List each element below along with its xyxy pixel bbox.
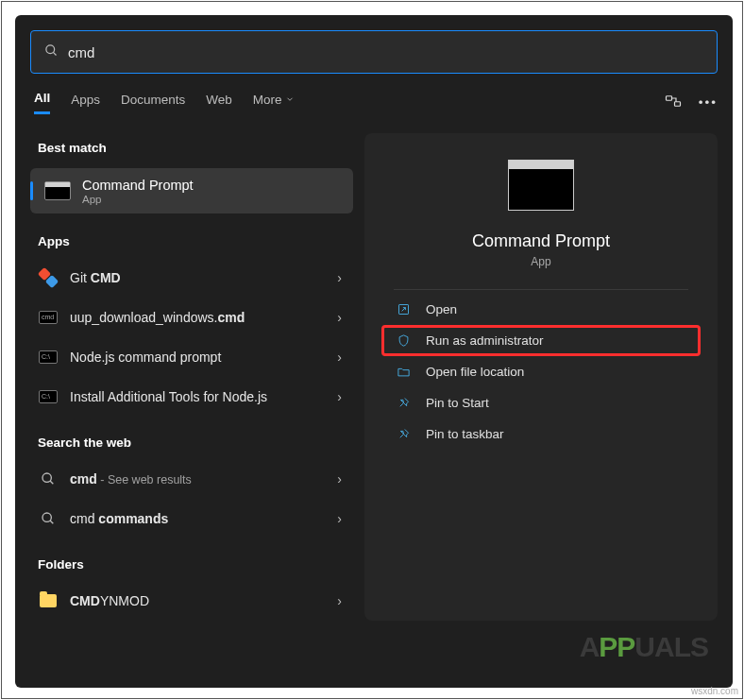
search-panel: All Apps Documents Web More ••• Best mat… <box>15 15 733 688</box>
action-open[interactable]: Open <box>381 294 701 325</box>
app-label-bold: cmd <box>217 310 245 325</box>
chevron-right-icon: › <box>337 310 342 325</box>
app-item-install-tools[interactable]: C:\ Install Additional Tools for Node.js… <box>30 377 353 417</box>
folder-item[interactable]: CMDYNMOD › <box>30 581 353 621</box>
search-input[interactable] <box>68 44 703 60</box>
search-input-container[interactable] <box>30 30 718 74</box>
web-label-suffix: - See web results <box>97 473 192 487</box>
chevron-right-icon: › <box>337 389 342 404</box>
cmdfile-icon: C:\ <box>38 386 59 407</box>
apps-head: Apps <box>30 227 353 258</box>
cmdfile-icon: cmd <box>38 307 59 328</box>
cmd-app-icon-large <box>508 160 574 211</box>
app-label-plain: command prompt <box>118 350 221 365</box>
app-label: uup_download_windows. <box>70 310 217 325</box>
tab-all[interactable]: All <box>34 91 50 114</box>
details-title: Command Prompt <box>472 231 610 251</box>
cmdfile-icon: C:\ <box>38 347 59 367</box>
folder-icon <box>38 590 59 611</box>
chevron-right-icon: › <box>337 471 342 487</box>
watermark-a: A <box>580 631 600 662</box>
action-label: Pin to Start <box>426 396 489 410</box>
svg-point-0 <box>46 44 55 53</box>
app-item-uup[interactable]: cmd uup_download_windows.cmd › <box>30 298 353 337</box>
svg-point-6 <box>42 513 51 521</box>
cmd-app-icon <box>44 181 71 200</box>
details-subtitle: App <box>531 255 550 268</box>
chevron-right-icon: › <box>337 270 342 285</box>
search-icon <box>38 508 59 529</box>
web-label: cmd <box>70 511 98 526</box>
selection-accent <box>30 181 33 200</box>
flow-icon[interactable] <box>665 93 682 112</box>
folder-label-bold: CMD <box>70 593 100 608</box>
best-match-subtitle: App <box>82 194 194 205</box>
app-label: Install Additional Tools for Node.js <box>70 389 267 404</box>
web-label-bold: commands <box>98 511 168 526</box>
action-label: Open <box>426 302 457 316</box>
watermark: APPUALS <box>580 631 708 663</box>
svg-rect-3 <box>674 102 680 107</box>
svg-line-5 <box>50 481 53 484</box>
watermark-rest: UALS <box>634 631 708 662</box>
divider <box>394 289 688 290</box>
folder-label: YNMOD <box>100 593 149 608</box>
more-icon[interactable]: ••• <box>699 95 718 110</box>
search-icon <box>44 43 59 61</box>
web-label-bold: cmd <box>70 471 97 487</box>
app-item-gitcmd[interactable]: Git CMD › <box>30 258 353 298</box>
action-label: Pin to taskbar <box>426 427 504 441</box>
details-pane: Command Prompt App Open Run as administr… <box>364 133 718 621</box>
chevron-right-icon: › <box>337 593 342 608</box>
app-label: Node.js <box>70 350 118 365</box>
tab-documents[interactable]: Documents <box>121 93 185 113</box>
best-match-head: Best match <box>30 133 353 164</box>
best-match-title: Command Prompt <box>82 177 194 194</box>
results-left: Best match Command Prompt App Apps Git C… <box>30 133 353 621</box>
filter-tabs: All Apps Documents Web More ••• <box>30 91 718 114</box>
action-label: Open file location <box>426 365 524 379</box>
svg-line-7 <box>50 521 53 523</box>
source-url: wsxdn.com <box>691 686 738 696</box>
tab-apps[interactable]: Apps <box>71 93 100 113</box>
search-icon <box>38 469 59 489</box>
app-label: Git <box>70 270 91 285</box>
app-label-bold: CMD <box>91 270 121 285</box>
tab-more[interactable]: More <box>253 93 295 113</box>
best-match-item[interactable]: Command Prompt App <box>30 168 353 213</box>
svg-line-1 <box>53 52 56 55</box>
watermark-accent: PP <box>599 631 634 662</box>
chevron-right-icon: › <box>337 350 342 365</box>
tab-web[interactable]: Web <box>206 93 232 113</box>
tab-more-label: More <box>253 93 282 107</box>
action-pin-start[interactable]: Pin to Start <box>381 387 701 418</box>
web-item-cmd[interactable]: cmd - See web results › <box>30 459 353 499</box>
svg-point-4 <box>42 473 51 482</box>
web-head: Search the web <box>30 428 353 459</box>
action-run-admin[interactable]: Run as administrator <box>381 325 701 356</box>
gitcmd-icon <box>38 267 59 288</box>
chevron-right-icon: › <box>337 511 342 526</box>
web-item-commands[interactable]: cmd commands › <box>30 499 353 538</box>
action-label: Run as administrator <box>426 333 544 348</box>
action-open-location[interactable]: Open file location <box>381 356 701 387</box>
action-pin-taskbar[interactable]: Pin to taskbar <box>381 418 701 450</box>
svg-rect-2 <box>666 96 671 101</box>
app-item-node[interactable]: C:\ Node.js command prompt › <box>30 337 353 377</box>
folders-head: Folders <box>30 550 353 581</box>
